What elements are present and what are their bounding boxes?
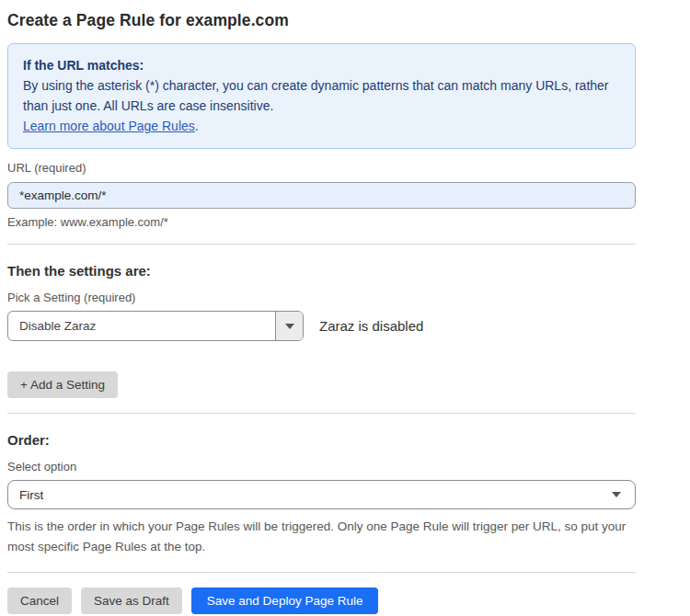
chevron-down-icon [285,324,294,329]
link-period: . [195,119,199,133]
info-box-link-line: Learn more about Page Rules. [23,116,620,136]
pick-setting-label: Pick a Setting (required) [7,291,636,304]
url-match-info-box: If the URL matches: By using the asteris… [7,43,636,149]
section-divider [7,413,636,414]
setting-status-text: Zaraz is disabled [319,318,423,334]
learn-more-link[interactable]: Learn more about Page Rules [23,119,195,133]
add-setting-button[interactable]: + Add a Setting [7,371,118,398]
cancel-button[interactable]: Cancel [7,587,72,614]
settings-heading: Then the settings are: [7,263,636,279]
url-label: URL (required) [7,161,636,175]
order-select-value: First [19,488,43,502]
section-divider [7,572,636,573]
order-select[interactable]: First [7,480,636,509]
url-example-text: Example: www.example.com/* [7,215,636,229]
url-input[interactable] [7,182,636,209]
setting-row: Disable Zaraz Zaraz is disabled [7,311,636,341]
section-divider [7,244,636,245]
order-heading: Order: [7,432,636,448]
chevron-down-icon [612,492,621,497]
select-option-label: Select option [7,460,636,473]
setting-select-arrow-button[interactable] [275,312,303,340]
footer-actions: Cancel Save as Draft Save and Deploy Pag… [7,587,636,614]
save-deploy-button[interactable]: Save and Deploy Page Rule [191,587,379,614]
page-title: Create a Page Rule for example.com [7,11,636,30]
setting-select-value: Disable Zaraz [8,312,275,340]
setting-select[interactable]: Disable Zaraz [7,311,304,341]
save-draft-button[interactable]: Save as Draft [81,587,182,614]
page-rule-form: Create a Page Rule for example.com If th… [0,0,690,614]
info-box-body: By using the asterisk (*) character, you… [23,75,620,116]
order-help-text: This is the order in which your Page Rul… [7,517,636,557]
info-box-heading: If the URL matches: [23,55,620,75]
